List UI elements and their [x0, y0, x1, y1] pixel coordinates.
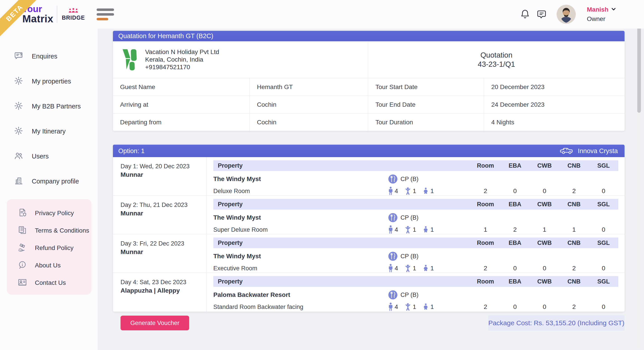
col-room: Room	[471, 239, 500, 246]
hamburger-bar	[96, 13, 114, 16]
gear-icon	[14, 101, 23, 111]
sidebar-item-label: My properties	[32, 78, 71, 85]
property-column-label: Property	[213, 201, 388, 208]
child-icon	[404, 225, 412, 234]
quotation-number-block: Quotation 43-23-1/Q1	[368, 41, 624, 78]
sidebar-item-contact-us[interactable]: Contact Us	[7, 274, 92, 292]
room-type: Super Deluxe Room	[213, 226, 388, 233]
info-label: Tour End Date	[368, 96, 484, 113]
scrollbar-thumb[interactable]	[637, 20, 641, 113]
tour-info-table: Guest Name Hemanth GT Tour Start Date 20…	[113, 78, 624, 131]
sgl-value: 0	[589, 303, 618, 311]
main-content: Quatation for Hemanth GT (B2C) Vacation …	[98, 28, 644, 350]
day-row-3: Day 3: Fri, 22 Dec 2023 Munnar Property …	[113, 234, 624, 273]
day-date: Day 2: Thu, 21 Dec 2023	[120, 201, 206, 208]
day-location: Alappuzha | Alleppy	[120, 287, 206, 294]
meal-plan: CP (B)	[388, 213, 471, 222]
brand-bridge: BRIDGE	[62, 8, 85, 21]
room-type: Standard Room Backwater facing	[213, 304, 388, 311]
user-name: Manish	[587, 6, 608, 13]
infant-icon	[422, 264, 429, 273]
property-block: Property Room EBA CWB CNB SGL The Windy …	[206, 157, 624, 195]
sidebar-item-my-b2b-partners[interactable]: My B2B Partners	[0, 98, 98, 114]
day-date: Day 3: Fri, 22 Dec 2023	[120, 240, 206, 247]
col-cwb: CWB	[530, 162, 559, 169]
option-card: Option: 1 Innova Crysta Day 1: Wed, 20 D…	[113, 145, 624, 312]
room-value: 2	[471, 303, 500, 311]
quotation-title-bar: Quatation for Hemanth GT (B2C)	[113, 31, 624, 41]
users-icon	[14, 151, 23, 161]
infant-icon	[422, 186, 429, 195]
sidebar-item-my-itinerary[interactable]: My Itinerary	[0, 123, 98, 139]
meal-plan-icon	[388, 251, 398, 261]
cnb-value: 2	[559, 187, 589, 195]
info-bubble-icon	[18, 260, 27, 271]
avatar[interactable]	[556, 5, 576, 24]
meal-plan: CP (B)	[388, 174, 471, 184]
messages-icon[interactable]	[536, 9, 547, 19]
infant-count: 1	[422, 303, 434, 311]
eba-value: 0	[500, 187, 530, 195]
sidebar-item-enquires[interactable]: Enquires	[0, 48, 98, 64]
meal-plan-text: CP (B)	[400, 253, 418, 260]
meal-plan-text: CP (B)	[400, 176, 418, 182]
child-count: 1	[404, 186, 416, 195]
hamburger-menu-icon[interactable]	[96, 8, 114, 20]
contact-card-icon	[18, 277, 27, 288]
notification-bell-icon[interactable]	[520, 9, 530, 19]
info-value: Hemanth GT	[249, 78, 368, 96]
cwb-value: 1	[530, 226, 559, 233]
sidebar-item-refund-policy[interactable]: Refund Policy	[7, 239, 92, 257]
child-icon	[404, 264, 412, 273]
vertical-scrollbar[interactable]	[637, 20, 641, 348]
sidebar-item-about-us[interactable]: About Us	[7, 257, 92, 274]
policy-item-label: Contact Us	[35, 279, 66, 286]
cwb-value: 0	[530, 265, 559, 272]
sgl-value: 0	[589, 226, 618, 233]
info-label: Guest Name	[113, 78, 249, 96]
col-sgl: SGL	[589, 162, 618, 169]
room-type: Deluxe Room	[213, 188, 388, 195]
cwb-value: 0	[530, 303, 559, 311]
info-value: Cochin	[249, 96, 368, 113]
sidebar-item-label: Users	[32, 153, 49, 160]
generate-voucher-button[interactable]: Generate Voucher	[120, 316, 189, 330]
child-count: 1	[404, 225, 416, 234]
sidebar-item-terms-conditions[interactable]: Terms & Conditions	[7, 222, 92, 239]
gear-icon	[14, 76, 23, 86]
meal-plan: CP (B)	[388, 251, 471, 261]
company-location: Kerala, Cochin, India	[145, 56, 219, 63]
property-name: The Windy Myst	[213, 214, 388, 221]
col-cwb: CWB	[530, 201, 559, 208]
col-sgl: SGL	[589, 278, 618, 285]
top-right-actions: Manish Owner	[520, 5, 616, 24]
day-location: Munnar	[120, 210, 206, 217]
gear-icon	[14, 126, 23, 136]
sgl-value: 0	[589, 187, 618, 195]
col-cwb: CWB	[530, 278, 559, 285]
option-title-bar: Option: 1 Innova Crysta	[113, 145, 624, 157]
user-menu[interactable]: Manish Owner	[587, 6, 616, 22]
sidebar: Enquires My properties My B2B Partners M…	[0, 28, 98, 350]
brand-matrix: Matrix	[22, 14, 53, 24]
documents-icon	[18, 225, 27, 236]
sidebar-item-users[interactable]: Users	[0, 148, 98, 164]
document-shield-icon	[18, 208, 27, 218]
sidebar-item-company-profile[interactable]: Company profile	[0, 173, 98, 189]
day-location: Munnar	[120, 248, 206, 256]
property-column-label: Property	[213, 278, 388, 285]
sidebar-item-label: Company profile	[32, 178, 79, 185]
adult-count: 4	[388, 186, 398, 195]
day-date-cell: Day 4: Sat, 23 Dec 2023 Alappuzha | Alle…	[113, 273, 206, 312]
sidebar-item-privacy-policy[interactable]: Privacy Policy	[7, 204, 92, 222]
info-label: Arriving at	[113, 96, 249, 113]
property-column-label: Property	[213, 239, 388, 246]
quotation-card: Quatation for Hemanth GT (B2C) Vacation …	[113, 31, 624, 131]
pax-counts: 4 1 1	[388, 264, 471, 273]
meal-plan-icon	[388, 213, 398, 222]
logo-divider	[57, 5, 57, 23]
room-value: 1	[471, 226, 500, 233]
adult-count: 4	[388, 264, 398, 273]
sidebar-item-my-properties[interactable]: My properties	[0, 73, 98, 89]
info-label: Tour Start Date	[368, 78, 484, 96]
